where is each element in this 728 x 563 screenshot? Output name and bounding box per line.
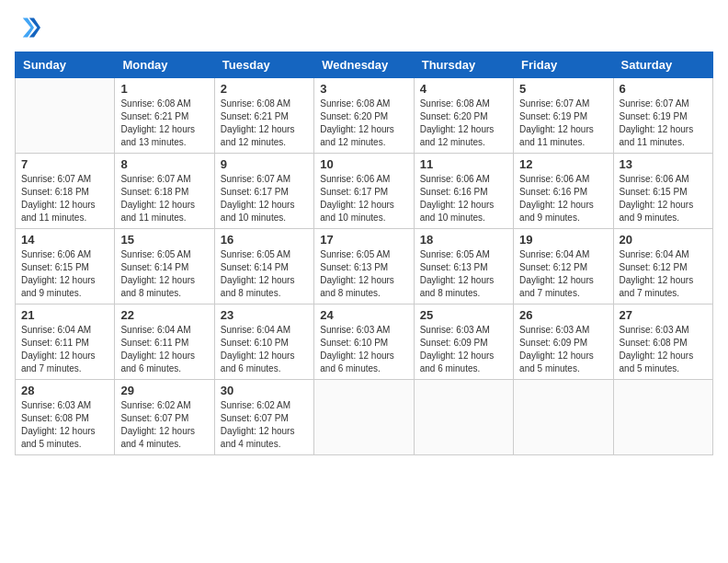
day-info: Sunrise: 6:08 AM Sunset: 6:20 PM Dayligh… [420,98,507,149]
day-number: 7 [21,157,108,171]
day-number: 2 [221,82,308,96]
day-info: Sunrise: 6:04 AM Sunset: 6:12 PM Dayligh… [519,248,607,300]
calendar-cell: 2Sunrise: 6:08 AM Sunset: 6:21 PM Daylig… [214,78,313,154]
day-info: Sunrise: 6:07 AM Sunset: 6:19 PM Dayligh… [620,98,707,149]
day-number: 11 [420,157,507,171]
day-info: Sunrise: 6:08 AM Sunset: 6:21 PM Dayligh… [120,98,208,149]
calendar-cell: 7Sunrise: 6:07 AM Sunset: 6:18 PM Daylig… [16,154,115,229]
calendar-header-day: Wednesday [314,52,414,78]
day-number: 27 [620,308,707,322]
calendar-cell: 9Sunrise: 6:07 AM Sunset: 6:17 PM Daylig… [214,154,313,229]
day-info: Sunrise: 6:07 AM Sunset: 6:19 PM Dayligh… [519,98,607,149]
day-info: Sunrise: 6:05 AM Sunset: 6:14 PM Dayligh… [120,248,208,300]
day-info: Sunrise: 6:05 AM Sunset: 6:13 PM Dayligh… [420,248,507,300]
calendar-week-row: 1Sunrise: 6:08 AM Sunset: 6:21 PM Daylig… [16,78,713,154]
calendar-cell: 4Sunrise: 6:08 AM Sunset: 6:20 PM Daylig… [414,78,513,154]
calendar-cell: 6Sunrise: 6:07 AM Sunset: 6:19 PM Daylig… [613,78,712,154]
day-info: Sunrise: 6:02 AM Sunset: 6:07 PM Dayligh… [120,399,208,451]
day-number: 12 [519,157,607,171]
day-number: 8 [120,157,208,171]
calendar-week-row: 7Sunrise: 6:07 AM Sunset: 6:18 PM Daylig… [16,154,713,229]
day-info: Sunrise: 6:06 AM Sunset: 6:15 PM Dayligh… [21,248,108,300]
calendar-cell: 12Sunrise: 6:06 AM Sunset: 6:16 PM Dayli… [514,154,613,229]
calendar: SundayMondayTuesdayWednesdayThursdayFrid… [15,52,713,455]
day-info: Sunrise: 6:03 AM Sunset: 6:10 PM Dayligh… [320,324,407,375]
calendar-week-row: 21Sunrise: 6:04 AM Sunset: 6:11 PM Dayli… [16,304,713,380]
calendar-cell: 30Sunrise: 6:02 AM Sunset: 6:07 PM Dayli… [214,380,313,455]
calendar-cell: 24Sunrise: 6:03 AM Sunset: 6:10 PM Dayli… [314,304,414,380]
day-number: 26 [519,308,607,322]
calendar-cell: 8Sunrise: 6:07 AM Sunset: 6:18 PM Daylig… [115,154,214,229]
day-number: 25 [420,308,507,322]
calendar-header-day: Sunday [16,52,115,78]
day-info: Sunrise: 6:07 AM Sunset: 6:18 PM Dayligh… [21,173,108,224]
calendar-header-day: Tuesday [214,52,313,78]
calendar-cell: 5Sunrise: 6:07 AM Sunset: 6:19 PM Daylig… [514,78,613,154]
day-info: Sunrise: 6:03 AM Sunset: 6:08 PM Dayligh… [21,399,108,451]
day-number: 22 [120,308,208,322]
day-number: 4 [420,82,507,96]
day-info: Sunrise: 6:05 AM Sunset: 6:14 PM Dayligh… [221,248,308,300]
day-number: 6 [620,82,707,96]
page-header [15,15,713,40]
calendar-cell: 28Sunrise: 6:03 AM Sunset: 6:08 PM Dayli… [16,380,115,455]
day-number: 15 [120,233,208,247]
day-info: Sunrise: 6:06 AM Sunset: 6:15 PM Dayligh… [620,173,707,224]
day-number: 1 [120,82,208,96]
calendar-cell [613,380,712,455]
day-number: 17 [320,233,407,247]
day-info: Sunrise: 6:07 AM Sunset: 6:17 PM Dayligh… [221,173,308,224]
calendar-cell: 27Sunrise: 6:03 AM Sunset: 6:08 PM Dayli… [613,304,712,380]
day-info: Sunrise: 6:03 AM Sunset: 6:09 PM Dayligh… [519,324,607,375]
day-info: Sunrise: 6:06 AM Sunset: 6:16 PM Dayligh… [519,173,607,224]
day-info: Sunrise: 6:03 AM Sunset: 6:09 PM Dayligh… [420,324,507,375]
day-number: 21 [21,308,108,322]
calendar-cell [16,78,115,154]
day-info: Sunrise: 6:04 AM Sunset: 6:10 PM Dayligh… [221,324,308,375]
day-number: 16 [221,233,308,247]
day-info: Sunrise: 6:04 AM Sunset: 6:12 PM Dayligh… [620,248,707,300]
day-info: Sunrise: 6:08 AM Sunset: 6:21 PM Dayligh… [221,98,308,149]
calendar-header-row: SundayMondayTuesdayWednesdayThursdayFrid… [16,52,713,78]
day-number: 23 [221,308,308,322]
calendar-cell: 16Sunrise: 6:05 AM Sunset: 6:14 PM Dayli… [214,229,313,304]
calendar-cell: 23Sunrise: 6:04 AM Sunset: 6:10 PM Dayli… [214,304,313,380]
calendar-cell: 29Sunrise: 6:02 AM Sunset: 6:07 PM Dayli… [115,380,214,455]
day-info: Sunrise: 6:03 AM Sunset: 6:08 PM Dayligh… [620,324,707,375]
calendar-header-day: Monday [115,52,214,78]
day-info: Sunrise: 6:05 AM Sunset: 6:13 PM Dayligh… [320,248,407,300]
calendar-header-day: Thursday [414,52,513,78]
day-number: 29 [120,384,208,397]
calendar-header-day: Saturday [613,52,712,78]
day-info: Sunrise: 6:07 AM Sunset: 6:18 PM Dayligh… [120,173,208,224]
calendar-cell: 14Sunrise: 6:06 AM Sunset: 6:15 PM Dayli… [16,229,115,304]
calendar-cell: 19Sunrise: 6:04 AM Sunset: 6:12 PM Dayli… [514,229,613,304]
calendar-cell: 21Sunrise: 6:04 AM Sunset: 6:11 PM Dayli… [16,304,115,380]
logo-icon [15,15,40,40]
day-info: Sunrise: 6:04 AM Sunset: 6:11 PM Dayligh… [21,324,108,375]
day-info: Sunrise: 6:06 AM Sunset: 6:17 PM Dayligh… [320,173,407,224]
day-number: 20 [620,233,707,247]
day-number: 30 [221,384,308,397]
calendar-cell: 26Sunrise: 6:03 AM Sunset: 6:09 PM Dayli… [514,304,613,380]
calendar-cell [414,380,513,455]
calendar-cell [514,380,613,455]
calendar-cell: 25Sunrise: 6:03 AM Sunset: 6:09 PM Dayli… [414,304,513,380]
day-info: Sunrise: 6:06 AM Sunset: 6:16 PM Dayligh… [420,173,507,224]
calendar-cell [314,380,414,455]
calendar-cell: 13Sunrise: 6:06 AM Sunset: 6:15 PM Dayli… [613,154,712,229]
day-number: 14 [21,233,108,247]
day-info: Sunrise: 6:04 AM Sunset: 6:11 PM Dayligh… [120,324,208,375]
calendar-cell: 18Sunrise: 6:05 AM Sunset: 6:13 PM Dayli… [414,229,513,304]
day-number: 28 [21,384,108,397]
calendar-cell: 15Sunrise: 6:05 AM Sunset: 6:14 PM Dayli… [115,229,214,304]
calendar-cell: 11Sunrise: 6:06 AM Sunset: 6:16 PM Dayli… [414,154,513,229]
calendar-cell: 22Sunrise: 6:04 AM Sunset: 6:11 PM Dayli… [115,304,214,380]
day-number: 18 [420,233,507,247]
day-number: 24 [320,308,407,322]
calendar-cell: 10Sunrise: 6:06 AM Sunset: 6:17 PM Dayli… [314,154,414,229]
calendar-cell: 20Sunrise: 6:04 AM Sunset: 6:12 PM Dayli… [613,229,712,304]
day-number: 19 [519,233,607,247]
day-number: 10 [320,157,407,171]
calendar-week-row: 14Sunrise: 6:06 AM Sunset: 6:15 PM Dayli… [16,229,713,304]
